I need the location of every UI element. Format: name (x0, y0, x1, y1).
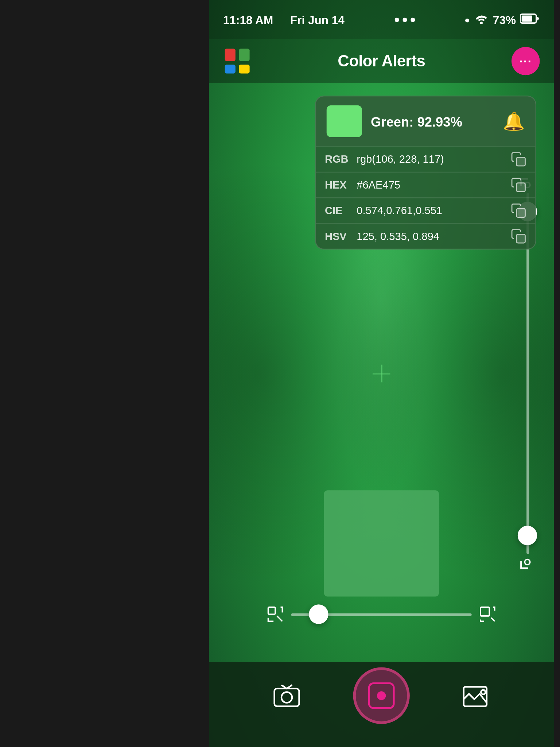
color-label: Green: 92.93% (371, 114, 494, 129)
hex-value: #6AE475 (357, 179, 503, 191)
color-info-card: Green: 92.93% 🔔 RGB rgb(106, 228, 117) H… (315, 96, 536, 249)
svg-rect-3 (239, 49, 250, 61)
ellipsis-icon: ··· (519, 54, 532, 68)
svg-rect-6 (517, 157, 525, 166)
cie-label: CIE (325, 205, 350, 217)
camera-flip-button[interactable] (269, 678, 304, 713)
card-header: Green: 92.93% 🔔 (316, 96, 536, 146)
horizontal-zoom-slider[interactable] (267, 605, 497, 623)
app-wrapper: 11:18 AM Fri Jun 14 ● 73% (209, 0, 554, 747)
hex-row: HEX #6AE475 (316, 172, 536, 197)
capture-inner-frame (368, 682, 395, 709)
hex-copy-icon[interactable] (510, 177, 526, 193)
cie-row: CIE 0.574,0.761,0.551 (316, 197, 536, 223)
gallery-button[interactable] (459, 678, 494, 713)
svg-rect-1 (522, 15, 532, 21)
dot-1 (394, 17, 399, 22)
status-bar: 11:18 AM Fri Jun 14 ● 73% (209, 0, 554, 39)
battery-icon (520, 13, 540, 26)
svg-point-15 (281, 692, 292, 703)
rgb-label: RGB (325, 153, 350, 166)
rgb-value: rgb(106, 228, 117) (357, 153, 503, 166)
rgb-row: RGB rgb(106, 228, 117) (316, 146, 536, 171)
svg-rect-9 (517, 234, 525, 243)
color-swatch (327, 105, 362, 137)
zoom-thumb-horizontal[interactable] (308, 604, 328, 624)
menu-button[interactable]: ··· (512, 47, 540, 76)
capture-button[interactable] (353, 667, 409, 724)
svg-rect-14 (274, 689, 299, 707)
cie-value: 0.574,0.761,0.551 (357, 205, 503, 217)
zoom-in-icon[interactable] (479, 605, 497, 623)
bell-icon[interactable]: 🔔 (503, 111, 525, 132)
svg-rect-7 (517, 183, 525, 192)
zoom-thumb-bottom[interactable] (518, 526, 537, 545)
hsv-value: 125, 0.535, 0.894 (357, 230, 503, 243)
status-left: 11:18 AM Fri Jun 14 (223, 13, 345, 26)
hsv-label: HSV (325, 230, 350, 243)
page-title: Color Alerts (338, 52, 425, 70)
rgb-copy-icon[interactable] (510, 151, 526, 167)
hex-label: HEX (325, 179, 350, 191)
svg-rect-8 (517, 209, 525, 217)
date-display: Fri Jun 14 (290, 13, 345, 26)
signal-icon: ● (464, 15, 470, 24)
crosshair (373, 365, 390, 383)
battery-level: 73% (493, 13, 516, 26)
dot-3 (410, 17, 415, 22)
dot-2 (402, 17, 407, 22)
svg-rect-5 (239, 65, 250, 73)
zoom-out-icon[interactable] (267, 605, 284, 623)
svg-point-11 (525, 560, 530, 565)
capture-dot (377, 691, 386, 700)
svg-rect-12 (268, 607, 275, 614)
zoom-bottom-bracket-icon (520, 554, 536, 570)
app-logo[interactable] (223, 47, 252, 76)
status-center (394, 17, 415, 22)
svg-rect-13 (481, 607, 489, 616)
svg-point-17 (481, 690, 486, 694)
hsv-copy-icon[interactable] (510, 228, 526, 244)
status-right: ● 73% (464, 13, 540, 26)
svg-rect-2 (225, 49, 236, 61)
time-display: 11:18 AM (223, 13, 273, 26)
cie-copy-icon[interactable] (510, 203, 526, 219)
color-preview-square (324, 490, 439, 596)
svg-rect-4 (225, 65, 236, 73)
hsv-row: HSV 125, 0.535, 0.894 (316, 223, 536, 248)
wifi-icon (474, 13, 489, 26)
zoom-horizontal-track[interactable] (291, 613, 472, 615)
bottom-toolbar (209, 662, 554, 747)
nav-bar: Color Alerts ··· (209, 39, 554, 83)
